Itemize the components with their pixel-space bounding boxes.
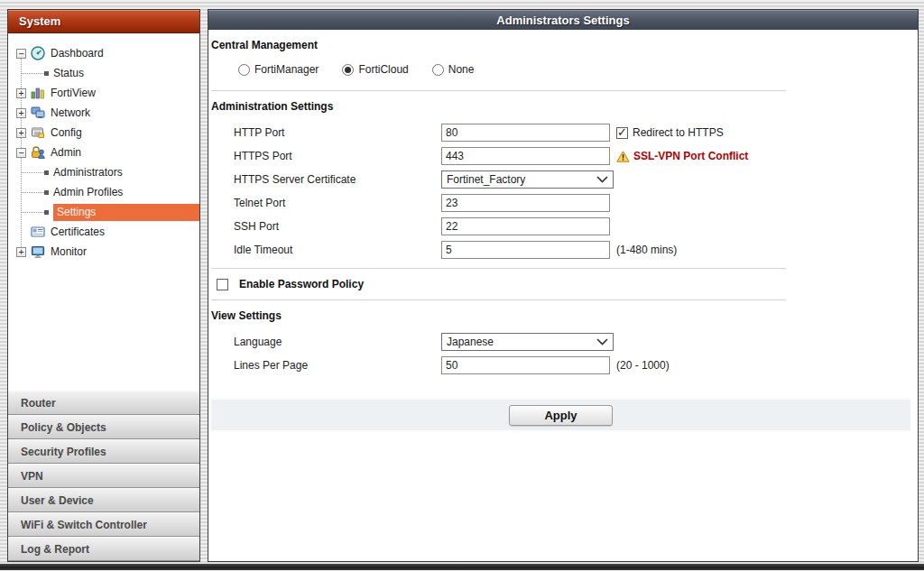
sidebar-accordion: Router Policy & Objects Security Profile… xyxy=(8,391,199,561)
sidebar-menu-system[interactable]: System xyxy=(8,10,199,33)
menu-label: VPN xyxy=(21,470,43,483)
bullet-icon xyxy=(44,190,49,195)
section-divider xyxy=(211,90,786,91)
administration-settings-heading: Administration Settings xyxy=(211,100,910,113)
collapse-icon[interactable]: − xyxy=(16,148,26,158)
password-policy-label: Enable Password Policy xyxy=(239,278,364,290)
https-port-input[interactable] xyxy=(441,147,610,165)
sidebar-menu-user-device[interactable]: User & Device xyxy=(8,488,199,512)
menu-label: Policy & Objects xyxy=(21,421,106,434)
language-row: Language Japanese xyxy=(211,333,910,351)
https-certificate-row: HTTPS Server Certificate Fortinet_Factor… xyxy=(211,170,910,189)
tree-item-label: Settings xyxy=(53,204,199,221)
tree-item-label: Config xyxy=(51,126,82,139)
language-select[interactable]: Japanese xyxy=(441,333,614,351)
central-management-heading: Central Management xyxy=(211,39,910,51)
settings-form: Central Management FortiManager FortiClo… xyxy=(208,30,918,430)
section-divider xyxy=(211,299,786,300)
tree-connector xyxy=(21,212,44,213)
expand-icon[interactable]: + xyxy=(16,108,26,118)
collapse-icon[interactable]: − xyxy=(16,49,26,59)
tree-item-certificates[interactable]: Certificates xyxy=(8,222,199,242)
http-port-input[interactable] xyxy=(441,124,610,142)
expand-icon[interactable]: + xyxy=(16,247,26,257)
warning-triangle-icon xyxy=(616,151,630,162)
telnet-port-label: Telnet Port xyxy=(211,197,441,209)
radio-icon[interactable] xyxy=(432,64,444,76)
sidebar-menu-wifi-switch[interactable]: WiFi & Switch Controller xyxy=(8,512,199,537)
tree-item-label: Admin xyxy=(51,146,81,159)
tree-item-network[interactable]: + Network xyxy=(8,103,199,123)
admin-icon xyxy=(31,145,46,160)
tree-item-label: Network xyxy=(51,106,90,119)
idle-timeout-row: Idle Timeout (1-480 mins) xyxy=(211,241,910,259)
chevron-down-icon xyxy=(596,173,608,186)
config-icon xyxy=(31,125,46,140)
telnet-port-row: Telnet Port xyxy=(211,194,910,212)
radio-fortimanager[interactable]: FortiManager xyxy=(238,63,319,76)
tree-item-admin[interactable]: − Admin xyxy=(8,143,199,162)
tree-item-status[interactable]: Status xyxy=(8,63,199,83)
password-policy-row: Enable Password Policy xyxy=(217,278,910,290)
tree-item-monitor[interactable]: + Monitor xyxy=(8,242,199,262)
redirect-https-label: Redirect to HTTPS xyxy=(633,126,724,139)
fortiview-icon xyxy=(31,86,46,100)
radio-forticloud[interactable]: FortiCloud xyxy=(342,63,408,76)
lines-per-page-input[interactable] xyxy=(441,356,610,374)
radio-label: None xyxy=(448,63,475,76)
ssl-vpn-conflict-warning: SSL-VPN Port Conflict xyxy=(633,150,748,162)
sidebar-menu-security-profiles[interactable]: Security Profiles xyxy=(8,439,199,464)
https-certificate-select[interactable]: Fortinet_Factory xyxy=(441,170,614,189)
radio-icon[interactable] xyxy=(342,64,354,76)
page-title-bar: Administrators Settings xyxy=(208,10,918,30)
certificates-icon xyxy=(31,225,46,239)
https-port-row: HTTPS Port SSL-VPN Port Conflict xyxy=(211,147,910,165)
tree-item-administrators[interactable]: Administrators xyxy=(8,162,199,182)
tree-item-dashboard[interactable]: − Dashboard xyxy=(8,43,199,63)
selected-value: Fortinet_Factory xyxy=(447,173,525,186)
tree-item-label: Admin Profiles xyxy=(53,186,123,198)
tree-item-label: Monitor xyxy=(51,245,87,258)
main-panel: Administrators Settings Central Manageme… xyxy=(208,9,919,562)
tree-item-label: Administrators xyxy=(53,166,123,179)
tree-item-label: FortiView xyxy=(51,87,96,99)
ssh-port-label: SSH Port xyxy=(211,220,441,233)
tree-item-admin-profiles[interactable]: Admin Profiles xyxy=(8,182,199,202)
telnet-port-input[interactable] xyxy=(441,194,610,212)
view-settings-heading: View Settings xyxy=(211,309,910,322)
apply-button-band: Apply xyxy=(211,400,910,430)
bullet-icon xyxy=(44,210,49,215)
menu-label: Log & Report xyxy=(21,543,89,556)
sidebar-menu-log-report[interactable]: Log & Report xyxy=(8,537,199,561)
section-divider xyxy=(211,268,786,269)
redirect-https-checkbox[interactable] xyxy=(616,127,628,139)
apply-button[interactable]: Apply xyxy=(509,405,613,426)
radio-none[interactable]: None xyxy=(432,63,475,76)
expand-icon[interactable]: + xyxy=(16,88,26,98)
sidebar-menu-vpn[interactable]: VPN xyxy=(8,464,199,488)
menu-label: WiFi & Switch Controller xyxy=(21,519,147,531)
tree-item-settings-selected[interactable]: Settings xyxy=(8,202,199,222)
idle-timeout-range-note: (1-480 mins) xyxy=(616,244,677,256)
sidebar: System − Dashboard Status + xyxy=(7,9,200,562)
idle-timeout-label: Idle Timeout xyxy=(211,244,441,256)
radio-icon[interactable] xyxy=(238,64,250,76)
selected-value: Japanese xyxy=(447,336,494,348)
network-icon xyxy=(31,106,46,120)
tree-item-config[interactable]: + Config xyxy=(8,123,199,143)
tree-item-fortiview[interactable]: + FortiView xyxy=(8,83,199,103)
radio-label: FortiManager xyxy=(254,63,319,76)
lines-per-page-range-note: (20 - 1000) xyxy=(616,359,670,372)
password-policy-checkbox[interactable] xyxy=(217,279,228,290)
menu-label: User & Device xyxy=(21,494,94,507)
central-management-radio-group: FortiManager FortiCloud None xyxy=(238,63,910,76)
dashboard-icon xyxy=(31,46,46,60)
ssh-port-input[interactable] xyxy=(441,217,610,235)
idle-timeout-input[interactable] xyxy=(441,241,610,259)
https-certificate-label: HTTPS Server Certificate xyxy=(211,173,441,186)
sidebar-menu-policy-objects[interactable]: Policy & Objects xyxy=(8,415,199,439)
fortigate-admin-app: System − Dashboard Status + xyxy=(0,0,924,571)
sidebar-menu-router[interactable]: Router xyxy=(8,391,199,415)
expand-icon[interactable]: + xyxy=(16,128,26,138)
radio-label: FortiCloud xyxy=(358,63,408,76)
